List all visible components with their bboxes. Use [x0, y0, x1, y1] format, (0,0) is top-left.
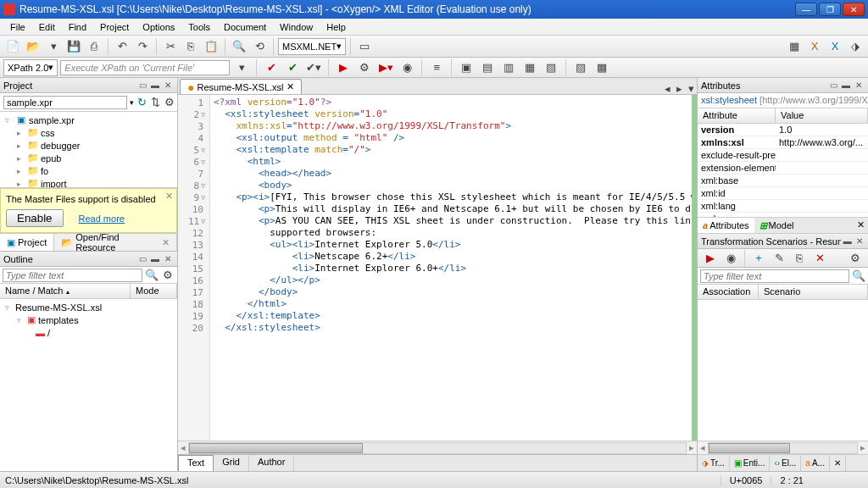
menu-document[interactable]: Document	[217, 20, 273, 34]
panel-close-icon[interactable]: ✕	[854, 236, 865, 247]
help-icon[interactable]: ⬗	[846, 37, 865, 56]
add-icon[interactable]: +	[749, 249, 768, 268]
edit-icon[interactable]: ✎	[770, 249, 788, 268]
project-tree[interactable]: ▿▣sample.xpr▸📁css▸📁debugger▸📁epub▸📁fo▸📁i…	[0, 112, 177, 188]
stop-icon[interactable]: ◉	[721, 249, 740, 268]
tab-attributes[interactable]: aAttributes	[698, 218, 754, 233]
bottom-tab[interactable]: ▣Enti...	[730, 455, 771, 471]
minimize-button[interactable]: —	[795, 3, 817, 16]
editor-hscroll[interactable]: ◂▸	[178, 441, 697, 454]
undo-icon[interactable]: ↶	[113, 37, 131, 56]
tool2-icon[interactable]: ▤	[478, 58, 497, 77]
menu-find[interactable]: Find	[62, 20, 93, 34]
tool3-icon[interactable]: ▥	[499, 58, 518, 77]
tab-model[interactable]: ⊞Model	[754, 218, 799, 233]
panel-restore-icon[interactable]: ▭	[136, 253, 148, 265]
tree-item[interactable]: ▸📁css	[2, 126, 175, 139]
menu-tools[interactable]: Tools	[181, 20, 217, 34]
run-icon[interactable]: ▶	[334, 58, 353, 77]
menu-options[interactable]: Options	[136, 20, 181, 34]
tool-icon[interactable]: ▭	[355, 37, 374, 56]
stop-icon[interactable]: ◉	[398, 58, 416, 77]
menu-project[interactable]: Project	[93, 20, 136, 34]
xpath-input[interactable]: Execute XPath on 'Current File'	[60, 60, 230, 75]
search-icon[interactable]: 🔍	[852, 269, 865, 283]
notice-close-icon[interactable]: ✕	[165, 191, 173, 202]
tab-project[interactable]: ▣Project	[0, 234, 54, 251]
bottom-tab[interactable]: ‹›El...	[770, 455, 801, 471]
tab-close-icon[interactable]: ✕	[287, 81, 294, 92]
tab-open-find[interactable]: 📂Open/Find Resource✕	[54, 234, 177, 251]
tool6-icon[interactable]: ▨	[571, 58, 590, 77]
validate-ok-icon[interactable]: ✔	[283, 58, 302, 77]
xpath-version-dropdown[interactable]: XPath 2.0 ▾	[3, 59, 58, 76]
validate-icon[interactable]: ✔	[262, 58, 281, 77]
layout-icon[interactable]: ▦	[785, 37, 804, 56]
panel-min-icon[interactable]: ▬	[842, 236, 853, 247]
menu-help[interactable]: Help	[320, 20, 353, 34]
panel-close-icon[interactable]: ✕	[853, 80, 865, 92]
attributes-table[interactable]: version1.0xmlns:xslhttp://www.w3.org/...…	[698, 124, 868, 217]
settings-icon[interactable]: ⚙	[164, 96, 175, 109]
editor-tab[interactable]: ●Resume-MS-XSL.xsl✕	[180, 79, 302, 94]
maximize-button[interactable]: ❐	[819, 3, 841, 16]
open-icon[interactable]: 📂	[24, 37, 42, 56]
outline-tree[interactable]: ▿Resume-MS-XSL.xsl ▿▣ templates ▬ /	[0, 299, 177, 471]
link-icon[interactable]: ⇅	[150, 96, 161, 109]
redo-icon[interactable]: ↷	[133, 37, 152, 56]
project-file-input[interactable]	[3, 96, 127, 109]
run-config-icon[interactable]: ⚙	[355, 58, 374, 77]
outline-col-name[interactable]: Name / Match ▴	[0, 284, 131, 298]
panel-restore-icon[interactable]: ▭	[136, 80, 148, 92]
transform-table[interactable]	[698, 300, 868, 441]
replace-icon[interactable]: ⟲	[250, 37, 269, 56]
new-icon[interactable]: 📄	[3, 37, 22, 56]
read-more-link[interactable]: Read more	[79, 214, 125, 224]
tool4-icon[interactable]: ▦	[520, 58, 539, 77]
transform-filter-input[interactable]	[700, 269, 849, 283]
run-icon[interactable]: ▶	[701, 249, 720, 268]
panel-min-icon[interactable]: ▬	[840, 80, 852, 92]
panel-restore-icon[interactable]: ▭	[827, 80, 839, 92]
copy-icon[interactable]: ⎘	[790, 249, 809, 268]
tree-item[interactable]: ▸📁epub	[2, 152, 175, 164]
tab-scroll-left-icon[interactable]: ◂	[661, 82, 673, 94]
attr-col-value[interactable]: Value	[776, 108, 868, 123]
menu-file[interactable]: File	[3, 20, 32, 34]
outline-search-icon[interactable]: 🔍	[145, 269, 159, 282]
cut-icon[interactable]: ✂	[161, 37, 180, 56]
transform-hscroll[interactable]: ◂▸	[698, 441, 868, 454]
tool5-icon[interactable]: ▧	[542, 58, 560, 77]
enable-button[interactable]: Enable	[6, 209, 64, 227]
validate-config-icon[interactable]: ✔▾	[304, 58, 323, 77]
xpath-go-icon[interactable]: ▾	[232, 58, 251, 77]
dropdown-icon[interactable]: ▾	[44, 37, 63, 56]
save-icon[interactable]: 💾	[64, 37, 83, 56]
menu-window[interactable]: Window	[273, 20, 320, 34]
tree-item[interactable]: ▸📁fo	[2, 164, 175, 177]
xslt-icon[interactable]: X	[805, 37, 824, 56]
trans-col-assoc[interactable]: Association	[698, 285, 759, 299]
bottom-tab-close[interactable]: ✕	[830, 455, 846, 471]
tab-list-icon[interactable]: ▾	[685, 82, 697, 94]
menu-edit[interactable]: Edit	[32, 20, 62, 34]
transform-engine-dropdown[interactable]: MSXML.NET ▾	[278, 38, 346, 55]
attr-col-name[interactable]: Attribute	[698, 108, 776, 123]
bottom-tab[interactable]: aA...	[801, 455, 830, 471]
tab-close-icon[interactable]: ✕	[162, 237, 170, 248]
tab-scroll-right-icon[interactable]: ▸	[673, 82, 685, 94]
mode-author[interactable]: Author	[249, 455, 294, 471]
tool1-icon[interactable]: ▣	[457, 58, 476, 77]
bottom-tab[interactable]: ⬗Tr...	[698, 455, 730, 471]
panel-min-icon[interactable]: ▬	[149, 80, 161, 92]
panel-min-icon[interactable]: ▬	[149, 253, 161, 265]
debug-icon[interactable]: ▶▾	[376, 58, 395, 77]
trans-col-scenario[interactable]: Scenario	[759, 285, 868, 299]
tree-item[interactable]: ▸📁import	[2, 177, 175, 188]
outline-col-mode[interactable]: Mode	[131, 284, 177, 298]
mode-text[interactable]: Text	[178, 455, 214, 471]
panel-close-icon[interactable]: ✕	[162, 80, 174, 92]
delete-icon[interactable]: ✕	[810, 249, 829, 268]
outline-filter-input[interactable]	[3, 269, 142, 282]
tab-close-icon[interactable]: ✕	[854, 218, 868, 233]
